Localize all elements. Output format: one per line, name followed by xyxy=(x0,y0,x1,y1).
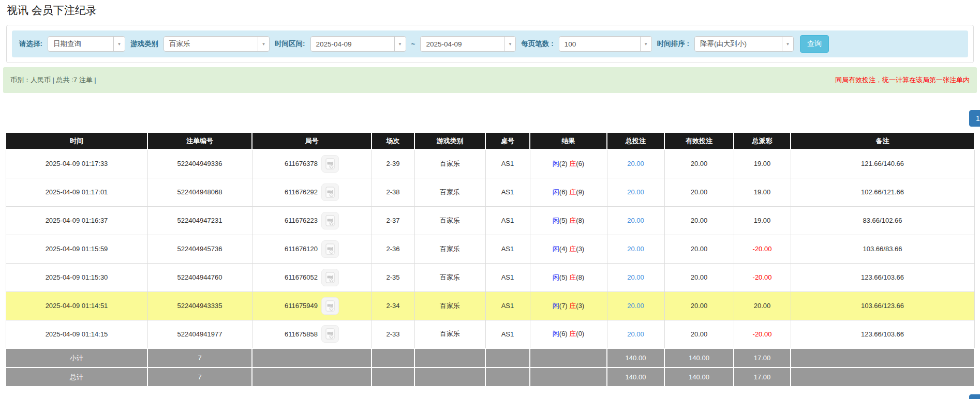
cell-game-type: 百家乐 xyxy=(414,291,485,320)
result-player-score: (4) xyxy=(559,245,568,253)
total-bet-link[interactable]: 20.00 xyxy=(627,160,644,167)
video-replay-button[interactable] xyxy=(321,325,339,343)
date-to-select[interactable]: 2025-04-09 ▼ xyxy=(420,36,516,52)
date-to-value: 2025-04-09 xyxy=(421,37,504,51)
cell-game-type: 百家乐 xyxy=(414,320,485,348)
time-range-label: 时间区间: xyxy=(275,39,305,49)
cell-bet-id: 522404944760 xyxy=(147,263,252,291)
col-header-game-type: 游戏类别 xyxy=(414,132,485,149)
result-banker: 庄 xyxy=(569,330,576,337)
result-banker-score: (8) xyxy=(576,217,584,224)
cell-valid-bet: 20.00 xyxy=(664,320,734,348)
table-row: 2025-04-09 01:15:30 522404944760 6116760… xyxy=(6,263,974,291)
cell-table-no: AS1 xyxy=(485,263,530,291)
total-bet-link[interactable]: 20.00 xyxy=(627,245,644,253)
cell-game-type: 百家乐 xyxy=(414,263,485,291)
sort-select[interactable]: 降幂(由大到小) ▼ xyxy=(694,36,794,52)
result-banker-score: (8) xyxy=(576,273,584,281)
per-page-value: 100 xyxy=(559,37,640,51)
total-valid-bet: 140.00 xyxy=(664,367,734,387)
cell-table-no: AS1 xyxy=(485,235,530,263)
sort-value: 降幂(由大到小) xyxy=(695,37,782,51)
cell-payout: 20.00 xyxy=(734,291,791,320)
cell-payout: 19.00 xyxy=(734,178,791,206)
cell-total-bet: 20.00 xyxy=(607,178,664,206)
total-total-bet: 140.00 xyxy=(607,367,664,387)
result-player: 闲 xyxy=(553,188,559,196)
video-replay-icon xyxy=(324,243,336,255)
col-header-round-id: 局号 xyxy=(252,132,372,149)
query-type-select[interactable]: 日期查询 ▼ xyxy=(48,36,125,52)
result-player: 闲 xyxy=(553,217,559,224)
total-empty-cell xyxy=(372,367,414,387)
total-bet-link[interactable]: 20.00 xyxy=(627,273,644,281)
col-header-valid-bet: 有效投注 xyxy=(664,132,734,149)
table-header-row: 时间 注单编号 局号 场次 游戏类别 桌号 结果 总投注 有效投注 总派彩 备注 xyxy=(6,132,974,149)
video-replay-button[interactable] xyxy=(321,297,339,315)
cell-payout: -20.00 xyxy=(734,263,791,291)
total-empty-cell xyxy=(485,367,530,387)
cell-round-id: 611675949 xyxy=(252,291,372,320)
date-from-value: 2025-04-09 xyxy=(311,37,394,51)
search-button[interactable]: 查询 xyxy=(800,35,829,53)
cell-result: 闲(6) 庄(9) xyxy=(530,178,607,206)
result-banker: 庄 xyxy=(569,245,576,253)
cell-round-id: 611676292 xyxy=(252,178,372,206)
total-bet-link[interactable]: 20.00 xyxy=(627,330,644,338)
cell-valid-bet: 20.00 xyxy=(664,291,734,320)
result-player-score: (6) xyxy=(559,330,568,337)
cell-bet-id: 522404949336 xyxy=(147,149,252,178)
date-from-select[interactable]: 2025-04-09 ▼ xyxy=(310,36,406,52)
cell-remark: 102.66/121.66 xyxy=(791,178,974,206)
cell-time: 2025-04-09 01:15:59 xyxy=(6,235,147,263)
per-page-select[interactable]: 100 ▼ xyxy=(559,36,652,52)
total-bet-link[interactable]: 20.00 xyxy=(627,188,644,196)
cell-payout: 19.00 xyxy=(734,206,791,235)
cell-result: 闲(7) 庄(3) xyxy=(530,291,607,320)
video-replay-button[interactable] xyxy=(321,269,339,286)
cell-game-type: 百家乐 xyxy=(414,235,485,263)
subtotal-empty-cell xyxy=(530,348,607,367)
subtotal-label: 小计 xyxy=(6,348,147,367)
cell-remark: 103.66/83.66 xyxy=(791,235,974,263)
cell-result: 闲(4) 庄(3) xyxy=(530,235,607,263)
table-row: 2025-04-09 01:15:59 522404945736 6116761… xyxy=(6,235,974,263)
video-replay-button[interactable] xyxy=(321,240,339,258)
subtotal-total-bet: 140.00 xyxy=(607,348,664,367)
cell-result: 闲(6) 庄(0) xyxy=(530,320,607,348)
cell-valid-bet: 20.00 xyxy=(664,263,734,291)
cell-game-type: 百家乐 xyxy=(414,178,485,206)
col-header-bet-id: 注单编号 xyxy=(147,132,252,149)
cell-time: 2025-04-09 01:17:33 xyxy=(6,149,147,178)
cell-table-no: AS1 xyxy=(485,320,530,348)
game-type-select[interactable]: 百家乐 ▼ xyxy=(164,36,270,52)
total-count: 7 xyxy=(147,367,252,387)
total-bet-link[interactable]: 20.00 xyxy=(627,302,644,310)
cell-remark: 123.66/103.66 xyxy=(791,320,974,348)
cell-session: 2-39 xyxy=(372,149,414,178)
cell-payout: -20.00 xyxy=(734,320,791,348)
query-type-value: 日期查询 xyxy=(48,37,113,51)
video-replay-button[interactable] xyxy=(321,212,339,229)
round-id: 611675949 xyxy=(285,302,318,310)
video-replay-button[interactable] xyxy=(321,183,339,201)
chevron-down-icon: ▼ xyxy=(394,37,406,51)
table-row: 2025-04-09 01:17:33 522404949336 6116763… xyxy=(6,149,974,178)
cell-valid-bet: 20.00 xyxy=(664,235,734,263)
cell-valid-bet: 20.00 xyxy=(664,178,734,206)
col-header-payout: 总派彩 xyxy=(734,132,791,149)
filter-panel: 请选择: 日期查询 ▼ 游戏类别 百家乐 ▼ 时间区间: 2025-04-09 … xyxy=(6,25,974,63)
cell-remark: 121.66/140.66 xyxy=(791,149,974,178)
video-replay-button[interactable] xyxy=(321,155,339,173)
total-label: 总计 xyxy=(6,367,147,387)
cell-remark: 103.66/123.66 xyxy=(791,291,974,320)
col-header-table-no: 桌号 xyxy=(485,132,530,149)
cell-valid-bet: 20.00 xyxy=(664,206,734,235)
total-bet-link[interactable]: 20.00 xyxy=(627,217,644,224)
pagination-bottom-page-1[interactable]: 1 xyxy=(969,394,980,399)
cell-session: 2-37 xyxy=(372,206,414,235)
cell-table-no: AS1 xyxy=(485,178,530,206)
pagination-page-1[interactable]: 1 xyxy=(969,110,980,127)
subtotal-empty-cell xyxy=(485,348,530,367)
subtotal-empty-cell xyxy=(791,348,974,367)
